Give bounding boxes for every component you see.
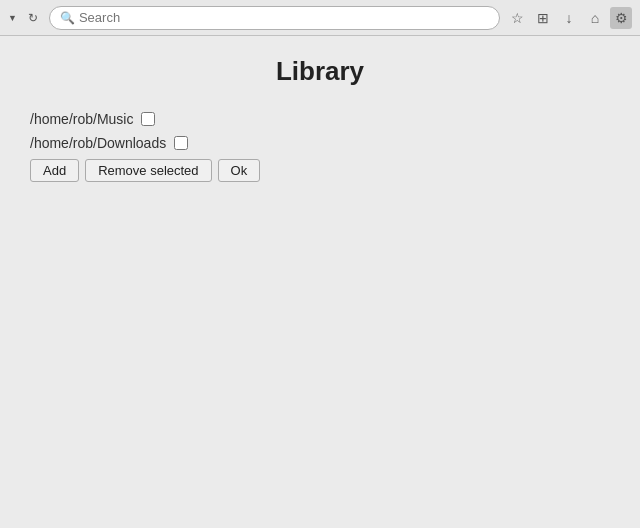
browser-chrome: ▼ ↻ 🔍 ☆ ⊞ ↓ ⌂ ⚙ <box>0 0 640 36</box>
refresh-button[interactable]: ↻ <box>23 8 43 28</box>
search-icon: 🔍 <box>60 11 75 25</box>
downloads-checkbox[interactable] <box>174 136 188 150</box>
ok-button[interactable]: Ok <box>218 159 261 182</box>
action-buttons: Add Remove selected Ok <box>30 159 610 182</box>
bookmarks-list-button[interactable]: ⊞ <box>532 7 554 29</box>
library-path-downloads: /home/rob/Downloads <box>30 135 166 151</box>
music-checkbox[interactable] <box>141 112 155 126</box>
extensions-button[interactable]: ⚙ <box>610 7 632 29</box>
nav-controls: ▼ ↻ <box>8 8 43 28</box>
download-button[interactable]: ↓ <box>558 7 580 29</box>
search-input[interactable] <box>79 10 489 25</box>
list-item: /home/rob/Music <box>30 111 610 127</box>
search-bar[interactable]: 🔍 <box>49 6 500 30</box>
toolbar-icons: ☆ ⊞ ↓ ⌂ ⚙ <box>506 7 632 29</box>
remove-selected-button[interactable]: Remove selected <box>85 159 211 182</box>
add-button[interactable]: Add <box>30 159 79 182</box>
library-path-music: /home/rob/Music <box>30 111 133 127</box>
page-title: Library <box>30 56 610 87</box>
page-content: Library /home/rob/Music /home/rob/Downlo… <box>0 36 640 528</box>
home-button[interactable]: ⌂ <box>584 7 606 29</box>
list-item: /home/rob/Downloads <box>30 135 610 151</box>
dropdown-arrow-icon[interactable]: ▼ <box>8 13 17 23</box>
bookmark-button[interactable]: ☆ <box>506 7 528 29</box>
